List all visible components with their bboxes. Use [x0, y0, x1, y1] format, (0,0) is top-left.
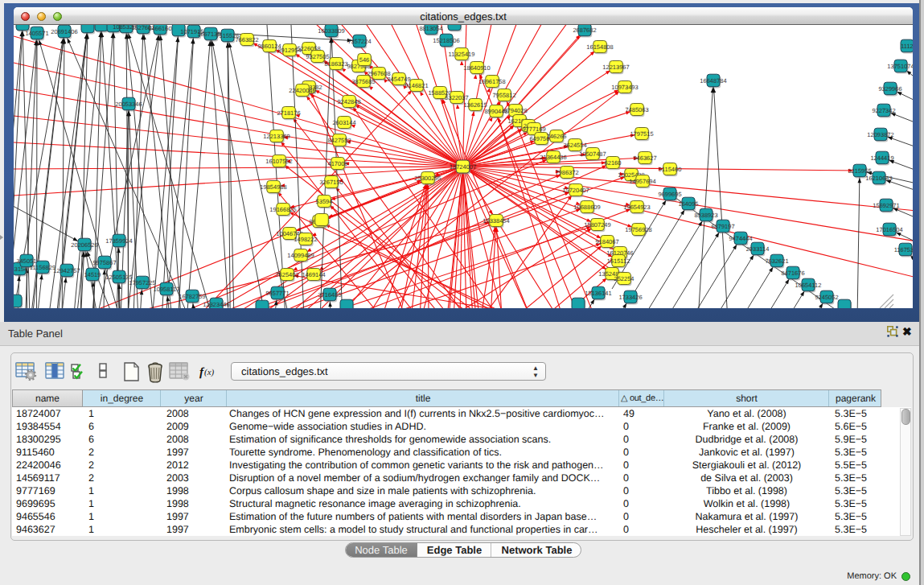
- svg-text:20053346: 20053346: [115, 101, 142, 108]
- svg-text:22420046: 22420046: [289, 87, 315, 94]
- svg-text:1469144: 1469144: [302, 271, 325, 278]
- svg-text:9184067: 9184067: [595, 238, 618, 245]
- svg-text:16107552: 16107552: [265, 158, 292, 165]
- svg-text:3624554: 3624554: [563, 142, 586, 149]
- svg-text:3215955: 3215955: [848, 167, 871, 175]
- svg-text:10958117: 10958117: [154, 286, 180, 293]
- svg-text:12323446: 12323446: [203, 301, 229, 308]
- svg-text:746266: 746266: [546, 133, 566, 140]
- svg-text:1498222: 1498222: [294, 236, 317, 243]
- svg-text:21364436: 21364436: [540, 154, 566, 161]
- svg-text:8186323: 8186323: [324, 60, 347, 68]
- svg-text:19854988: 19854988: [260, 183, 286, 191]
- svg-text:19756928: 19756928: [625, 226, 651, 233]
- svg-text:1733426: 1733426: [618, 294, 642, 301]
- svg-text:6466160: 6466160: [148, 25, 171, 32]
- svg-text:3716485: 3716485: [318, 291, 341, 299]
- svg-text:(x): (x): [204, 368, 215, 377]
- svg-text:15720407: 15720407: [562, 187, 589, 194]
- svg-text:10654112: 10654112: [795, 282, 822, 289]
- svg-text:9227342: 9227342: [872, 107, 895, 114]
- svg-text:11325419: 11325419: [449, 51, 475, 58]
- svg-text:15136141: 15136141: [585, 290, 611, 297]
- svg-text:8813054: 8813054: [419, 25, 442, 32]
- svg-text:252254: 252254: [614, 275, 634, 282]
- svg-text:1167535: 1167535: [894, 246, 913, 253]
- svg-text:2687682: 2687682: [573, 27, 596, 34]
- svg-text:6794028: 6794028: [503, 107, 527, 114]
- svg-text:7485063: 7485063: [625, 106, 648, 113]
- svg-text:15692971: 15692971: [873, 202, 899, 209]
- svg-text:16782759: 16782759: [179, 293, 205, 300]
- svg-text:19654923: 19654923: [623, 204, 650, 211]
- svg-text:12213369: 12213369: [263, 133, 290, 140]
- svg-text:9975867: 9975867: [92, 259, 116, 266]
- svg-text:1362615: 1362615: [463, 101, 487, 109]
- svg-text:7515526: 7515526: [216, 32, 239, 39]
- svg-text:62160: 62160: [605, 159, 622, 167]
- svg-text:6879197: 6879197: [711, 223, 734, 230]
- svg-text:17957225: 17957225: [129, 279, 155, 286]
- svg-text:12942757: 12942757: [53, 267, 80, 274]
- svg-text:12093872: 12093872: [867, 131, 893, 138]
- svg-text:13751074: 13751074: [887, 63, 913, 70]
- svg-text:9463627: 9463627: [633, 154, 656, 162]
- svg-text:9327505: 9327505: [306, 53, 329, 60]
- svg-text:2933114: 2933114: [746, 245, 770, 253]
- svg-text:1244419: 1244419: [870, 154, 893, 162]
- svg-text:19338454: 19338454: [483, 217, 509, 225]
- svg-text:20691406: 20691406: [51, 28, 77, 35]
- svg-text:7986372: 7986372: [555, 169, 578, 176]
- svg-text:16648784: 16648784: [700, 77, 726, 84]
- svg-text:9115460: 9115460: [659, 166, 682, 173]
- svg-text:1615112: 1615112: [607, 257, 630, 265]
- svg-text:14519: 14519: [84, 271, 101, 278]
- svg-text:1797515: 1797515: [630, 130, 653, 138]
- svg-text:3267150: 3267150: [319, 179, 343, 186]
- svg-text:17016504: 17016504: [876, 226, 902, 233]
- svg-text:546: 546: [359, 56, 370, 64]
- svg-text:5322037: 5322037: [445, 94, 468, 101]
- svg-text:19166825: 19166825: [269, 206, 296, 213]
- svg-text:20206526: 20206526: [71, 241, 97, 249]
- svg-text:14957694: 14957694: [629, 178, 655, 185]
- svg-text:2718176: 2718176: [277, 109, 300, 117]
- svg-text:9699695: 9699695: [658, 191, 681, 198]
- svg-text:9474444: 9474444: [729, 235, 752, 242]
- svg-text:10688609: 10688609: [573, 204, 600, 211]
- svg-text:14099489: 14099489: [287, 252, 314, 259]
- svg-text:18724007: 18724007: [450, 163, 476, 171]
- svg-text:1405571: 1405571: [25, 30, 48, 37]
- svg-text:16210643: 16210643: [865, 175, 892, 182]
- svg-text:2603144: 2603144: [332, 119, 355, 126]
- svg-text:10973493: 10973493: [611, 84, 638, 91]
- svg-text:18640910: 18640910: [463, 64, 490, 72]
- svg-text:16033809: 16033809: [318, 27, 344, 35]
- svg-text:7955812: 7955812: [492, 92, 515, 99]
- svg-text:417006: 417006: [327, 160, 347, 167]
- svg-text:8471676: 8471676: [781, 270, 804, 277]
- svg-text:8427552: 8427552: [327, 137, 351, 144]
- svg-text:25300295: 25300295: [414, 175, 441, 182]
- svg-text:11156829: 11156829: [30, 264, 55, 271]
- svg-text:16154808: 16154808: [586, 43, 613, 51]
- svg-text:1112: 1112: [901, 43, 913, 50]
- svg-text:8938923: 8938923: [694, 212, 717, 219]
- svg-text:9329966: 9329966: [878, 85, 901, 93]
- svg-text:15218506: 15218506: [433, 37, 459, 44]
- svg-text:7357224: 7357224: [347, 38, 371, 45]
- svg-text:9245052: 9245052: [815, 294, 838, 301]
- svg-text:9146821: 9146821: [405, 82, 428, 89]
- svg-text:9242848: 9242848: [337, 98, 360, 105]
- svg-text:12213967: 12213967: [602, 64, 629, 71]
- svg-text:15807249: 15807249: [584, 221, 610, 229]
- svg-text:53594: 53594: [316, 198, 333, 205]
- svg-text:17359924: 17359924: [105, 237, 132, 245]
- svg-text:164095: 164095: [678, 200, 698, 208]
- svg-text:16961758: 16961758: [478, 78, 505, 85]
- svg-text:3875685: 3875685: [351, 78, 375, 85]
- svg-text:7625402: 7625402: [275, 271, 298, 278]
- svg-text:9657771: 9657771: [265, 290, 289, 297]
- svg-text:10507487: 10507487: [579, 150, 606, 158]
- svg-text:7632621: 7632621: [765, 257, 788, 265]
